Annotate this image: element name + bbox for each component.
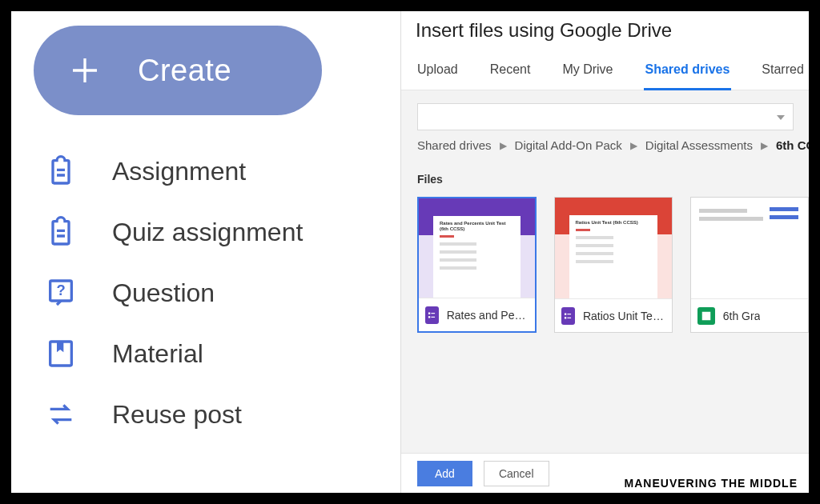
- file-name: Ratios Unit Test (6t...: [583, 310, 665, 322]
- sheets-icon: [697, 307, 715, 325]
- forms-icon: [425, 306, 439, 324]
- files-heading: Files: [417, 173, 809, 186]
- drive-select-dropdown[interactable]: [417, 103, 794, 130]
- svg-rect-9: [565, 317, 566, 318]
- picker-tabs: Upload Recent My Drive Shared drives Sta…: [401, 46, 809, 90]
- forms-icon: [561, 307, 575, 325]
- menu-item-assignment[interactable]: Assignment: [45, 155, 394, 187]
- file-card[interactable]: 6th Gra: [690, 197, 809, 333]
- svg-rect-7: [565, 313, 566, 314]
- file-card[interactable]: Rates and Percents Unit Test (6th CCSS)R…: [417, 197, 537, 333]
- clipboard-icon: [45, 155, 77, 187]
- svg-rect-5: [428, 316, 430, 318]
- menu-item-label: Assignment: [112, 157, 246, 186]
- files-row: Rates and Percents Unit Test (6th CCSS)R…: [417, 197, 809, 333]
- tab-shared-drives[interactable]: Shared drives: [644, 62, 732, 90]
- svg-rect-10: [568, 317, 572, 318]
- picker-title: Insert files using Google Drive: [401, 11, 809, 46]
- menu-item-reuse-post[interactable]: Reuse post: [45, 398, 394, 430]
- svg-rect-4: [432, 313, 436, 314]
- breadcrumb-item[interactable]: Digital Assessments: [645, 138, 753, 152]
- breadcrumb-item[interactable]: Shared drives: [417, 138, 492, 152]
- svg-rect-3: [428, 312, 430, 314]
- clipboard-icon: [45, 216, 77, 248]
- add-button[interactable]: Add: [417, 461, 472, 486]
- menu-item-label: Reuse post: [112, 400, 242, 430]
- chevron-right-icon: ▶: [500, 140, 507, 151]
- tab-recent[interactable]: Recent: [488, 62, 533, 90]
- svg-rect-6: [432, 316, 436, 317]
- menu-item-label: Question: [112, 278, 215, 308]
- breadcrumb: Shared drives ▶ Digital Add-On Pack ▶ Di…: [417, 138, 809, 152]
- file-name: Rates and Percents...: [447, 309, 529, 322]
- menu-item-material[interactable]: Material: [45, 338, 394, 370]
- file-card[interactable]: Ratios Unit Test (6th CCSS)Ratios Unit T…: [554, 197, 673, 333]
- drive-picker: Insert files using Google Drive Upload R…: [400, 11, 809, 493]
- cancel-button[interactable]: Cancel: [484, 461, 549, 486]
- create-menu: Assignment Quiz assignment ? Quest: [34, 155, 394, 430]
- file-name: 6th Gra: [723, 310, 761, 322]
- menu-item-label: Material: [112, 339, 203, 369]
- watermark-text: MANEUVERING THE MIDDLE: [625, 477, 798, 490]
- create-button[interactable]: Create: [34, 26, 322, 115]
- breadcrumb-item-current: 6th CCSS: [776, 138, 809, 152]
- question-icon: ?: [45, 277, 77, 309]
- svg-rect-8: [568, 314, 572, 314]
- plus-icon: [69, 54, 101, 86]
- create-button-label: Create: [138, 54, 231, 88]
- chevron-right-icon: ▶: [630, 140, 637, 151]
- tab-upload[interactable]: Upload: [416, 62, 460, 90]
- menu-item-label: Quiz assignment: [112, 218, 303, 247]
- bookmark-icon: [45, 338, 77, 370]
- tab-my-drive[interactable]: My Drive: [561, 62, 614, 90]
- chevron-right-icon: ▶: [761, 140, 768, 151]
- breadcrumb-item[interactable]: Digital Add-On Pack: [515, 138, 622, 152]
- svg-text:?: ?: [56, 282, 65, 298]
- reuse-icon: [45, 398, 77, 430]
- menu-item-quiz-assignment[interactable]: Quiz assignment: [45, 216, 394, 248]
- tab-starred[interactable]: Starred: [760, 62, 805, 90]
- menu-item-question[interactable]: ? Question: [45, 277, 394, 309]
